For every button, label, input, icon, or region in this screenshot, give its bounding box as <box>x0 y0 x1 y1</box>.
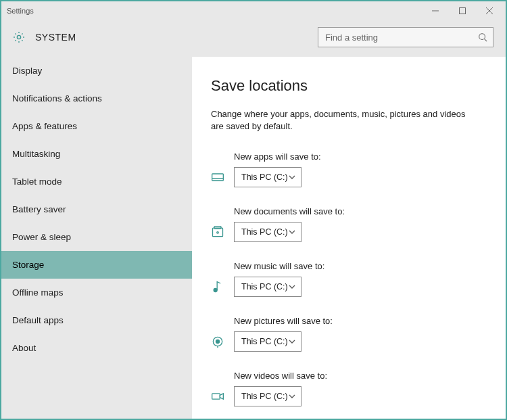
svg-rect-9 <box>213 229 223 237</box>
svg-point-12 <box>214 289 217 292</box>
sidebar-label: Tablet mode <box>12 177 62 187</box>
music-icon <box>211 280 224 294</box>
setting-label: New apps will save to: <box>234 151 321 162</box>
header-right <box>318 27 493 47</box>
close-icon <box>486 7 493 14</box>
chevron-down-icon <box>289 394 295 398</box>
sidebar-item-about[interactable]: About <box>1 334 192 362</box>
svg-rect-15 <box>212 394 220 399</box>
sidebar-item-storage[interactable]: Storage <box>1 251 192 279</box>
section-title: SYSTEM <box>35 32 76 43</box>
setting-music: New music will save to: This PC (C:) <box>211 261 487 297</box>
sidebar-label: Storage <box>12 260 44 270</box>
sidebar-label: Display <box>12 66 42 76</box>
search-icon <box>478 32 487 42</box>
titlebar: Settings <box>1 1 506 20</box>
sidebar-label: Battery saver <box>12 204 66 214</box>
chevron-down-icon <box>289 175 295 179</box>
apps-dropdown[interactable]: This PC (C:) <box>234 167 301 187</box>
apps-icon <box>211 170 224 184</box>
dropdown-value: This PC (C:) <box>241 282 288 291</box>
gear-icon <box>12 30 26 44</box>
page-title: Save locations <box>211 77 487 95</box>
svg-line-6 <box>485 39 487 42</box>
sidebar-item-multitasking[interactable]: Multitasking <box>1 140 192 168</box>
header-left: SYSTEM <box>12 30 76 44</box>
svg-point-11 <box>217 232 219 234</box>
search-box[interactable] <box>318 27 493 47</box>
main-panel: Save locations Change where your apps, d… <box>192 57 506 419</box>
sidebar-label: Multitasking <box>12 149 60 159</box>
chevron-down-icon <box>289 340 295 344</box>
sidebar-label: Default apps <box>12 315 64 325</box>
sidebar-item-display[interactable]: Display <box>1 57 192 85</box>
setting-label: New documents will save to: <box>234 206 345 216</box>
pictures-dropdown[interactable]: This PC (C:) <box>234 331 301 352</box>
dropdown-value: This PC (C:) <box>241 337 288 346</box>
header: SYSTEM <box>1 20 506 57</box>
sidebar-item-tablet-mode[interactable]: Tablet mode <box>1 168 192 195</box>
sidebar-item-battery-saver[interactable]: Battery saver <box>1 195 192 223</box>
close-button[interactable] <box>476 2 503 20</box>
window-controls <box>422 2 503 20</box>
setting-label: New pictures will save to: <box>234 316 333 326</box>
chevron-down-icon <box>289 230 295 234</box>
sidebar-item-default-apps[interactable]: Default apps <box>1 306 192 334</box>
minimize-icon <box>432 7 439 14</box>
sidebar-item-power-sleep[interactable]: Power & sleep <box>1 223 192 251</box>
setting-pictures: New pictures will save to: This PC (C:) <box>211 316 487 352</box>
videos-dropdown[interactable]: This PC (C:) <box>234 386 301 406</box>
maximize-icon <box>459 7 466 14</box>
sidebar-label: Notifications & actions <box>12 93 102 103</box>
documents-dropdown[interactable]: This PC (C:) <box>234 222 301 242</box>
minimize-button[interactable] <box>422 2 449 20</box>
chevron-down-icon <box>289 285 295 289</box>
music-dropdown[interactable]: This PC (C:) <box>234 277 301 297</box>
dropdown-value: This PC (C:) <box>241 172 288 182</box>
search-input[interactable] <box>325 32 478 43</box>
setting-apps: New apps will save to: This PC (C:) <box>211 151 487 187</box>
videos-icon <box>211 390 224 403</box>
sidebar-item-apps-features[interactable]: Apps & features <box>1 112 192 140</box>
documents-icon <box>211 225 224 239</box>
dropdown-value: This PC (C:) <box>241 392 288 401</box>
setting-label: New music will save to: <box>234 261 324 271</box>
sidebar-label: Power & sleep <box>12 232 71 242</box>
sidebar-item-offline-maps[interactable]: Offline maps <box>1 279 192 306</box>
sidebar-item-notifications[interactable]: Notifications & actions <box>1 85 192 112</box>
maximize-button[interactable] <box>449 2 476 20</box>
page-description: Change where your apps, documents, music… <box>211 108 475 133</box>
setting-label: New videos will save to: <box>234 371 327 381</box>
svg-rect-7 <box>212 174 224 181</box>
sidebar-label: About <box>12 343 36 353</box>
sidebar: Display Notifications & actions Apps & f… <box>1 57 192 419</box>
svg-point-5 <box>479 34 485 40</box>
setting-documents: New documents will save to: This PC (C:) <box>211 206 487 242</box>
svg-rect-10 <box>214 227 221 229</box>
sidebar-label: Apps & features <box>12 121 77 131</box>
sidebar-label: Offline maps <box>12 287 64 298</box>
pictures-icon <box>211 335 224 348</box>
content: Display Notifications & actions Apps & f… <box>1 57 506 419</box>
svg-rect-1 <box>460 8 466 14</box>
svg-point-14 <box>216 340 220 344</box>
setting-videos: New videos will save to: This PC (C:) <box>211 371 487 406</box>
dropdown-value: This PC (C:) <box>241 227 288 237</box>
svg-point-4 <box>17 35 20 39</box>
window-title: Settings <box>7 7 422 15</box>
